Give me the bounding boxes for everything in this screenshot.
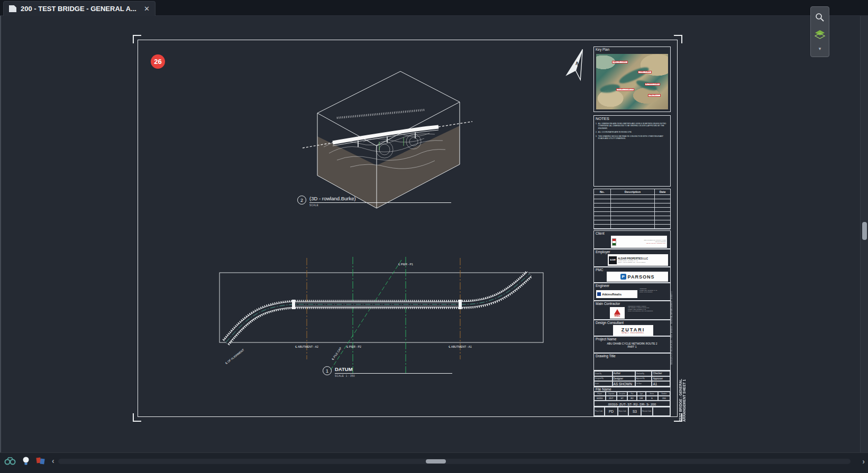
- revision-row: [594, 199, 670, 203]
- keyplan-label: JUBAIL ISLAND: [638, 71, 652, 73]
- label-rule: [335, 373, 452, 374]
- markup-badge[interactable]: 26: [151, 54, 165, 69]
- corner-mark: [133, 35, 141, 43]
- file-col-header: Discipline: [617, 392, 627, 396]
- signatures-table: Drawn By Author Checked By Checker Desig…: [593, 370, 671, 387]
- uae-crest-icon: [612, 238, 616, 246]
- vertical-scrollbar-thumb[interactable]: [862, 222, 867, 240]
- close-tab-icon[interactable]: ✕: [144, 5, 150, 13]
- sig-label: Checked By: [635, 371, 652, 376]
- file-col-value: S: [646, 396, 658, 401]
- file-col-header: Project: [594, 392, 606, 396]
- revision-row: [594, 225, 670, 229]
- horizontal-scrollbar[interactable]: [58, 459, 851, 464]
- aldar-logo-icon: ALDAR: [609, 256, 617, 264]
- file-col-header: Part: [627, 392, 636, 396]
- employer-logo: ALDAR ALDAR PROPERTIES LLC P.O.Box 51133…: [608, 254, 668, 266]
- layers-tool-icon[interactable]: [815, 30, 825, 39]
- plan-label-pier-p2: ℄ PIER - P2: [346, 345, 361, 348]
- engineer-section: Engineer AtkinsRéalis AtkinsRéalis P.O.B…: [593, 283, 671, 301]
- revision-code-label: Revision Code: [641, 407, 653, 416]
- pmc-section: PMC P PARSONS: [593, 267, 671, 283]
- file-name-label: File Name: [594, 387, 670, 392]
- main-contractor-logo: WBG: [610, 307, 625, 319]
- file-name-combined: 00310- ZUT- ST- R2- DR- S- 200: [594, 401, 670, 406]
- revision-row: [594, 195, 670, 199]
- design-consultant-logo: ZUTARI IMPACT. ENGINEERED.: [613, 325, 653, 336]
- engineer-label: Engineer: [596, 284, 669, 287]
- plan-label-abutment-a1: ℄ ABUTMENT - A1: [449, 345, 472, 348]
- employer-label: Employer: [596, 250, 669, 254]
- sig-value: A1: [652, 381, 670, 386]
- keyplan-label: AL REEM ISLAND: [645, 83, 660, 86]
- sig-label: Approved By: [635, 376, 652, 382]
- atkins-mark-icon: [597, 292, 601, 296]
- drawing-title-section: Drawing Title: [593, 353, 671, 370]
- sig-label: On Size: [635, 381, 652, 386]
- file-col-header: Series: [646, 392, 658, 396]
- sig-value: Designer: [613, 376, 635, 382]
- plan-label-abutment-a2: ℄ ABUTMENT - A2: [295, 345, 318, 348]
- engineer-details: AtkinsRéalis P.O.Box 782, Abu Dhabi, U.A…: [639, 288, 669, 293]
- employer-section: Employer ALDAR ALDAR PROPERTIES LLC P.O.…: [593, 249, 671, 267]
- title-block: Key Plan SAADIYAT ISLAND JUBAIL ISLAND A…: [593, 47, 671, 418]
- view-tools-panel[interactable]: ▾: [810, 6, 829, 57]
- datum-title: DATUM: [335, 366, 452, 373]
- scroll-right-chevron-icon[interactable]: ›: [862, 457, 865, 466]
- zoom-tool-icon[interactable]: [815, 12, 825, 23]
- note-item: 1.ALL DIMENSIONS ARE IN MILLIMETERS AND …: [596, 123, 669, 129]
- north-arrow-icon: N: [565, 48, 590, 81]
- plan-label-pile-cap: ℄ PILE CAP: [331, 346, 342, 360]
- pmc-logo: P PARSONS: [607, 272, 668, 282]
- sig-label: Scale: [594, 381, 613, 386]
- file-col-value: 200: [658, 396, 670, 401]
- sheet-side-title: TEST BRIDGE - GENERAL ARRANGEMENT SHEET …: [679, 369, 686, 422]
- scroll-left-chevron-icon[interactable]: ‹: [52, 457, 54, 465]
- client-section: Client DEPARTMENT OF MUNICIPALITIES AND …: [593, 230, 671, 249]
- revision-row: [594, 216, 670, 220]
- file-icon: [9, 5, 16, 12]
- panel-expand-chevron-icon[interactable]: ▾: [819, 46, 821, 51]
- project-name-section: Project Name ABU DHABI CYCLE NETWORK ROU…: [593, 336, 671, 353]
- view-plan-datum[interactable]: ℄ PIER - P1 ℄ ABUTMENT - A2 ℄ PIER - P2 …: [215, 254, 554, 376]
- lightbulb-icon[interactable]: [22, 456, 30, 466]
- phase-code-label: Phase Code: [594, 407, 605, 416]
- application-window: 200 - TEST BRIDGE - GENERAL A... ✕ 26 N: [0, 0, 868, 473]
- drawing-canvas[interactable]: 26 N: [0, 16, 860, 452]
- keyplan-title: Key Plan: [596, 48, 669, 51]
- file-col-value: ST: [617, 396, 627, 401]
- revision-row: [594, 208, 670, 212]
- revision-table: No. Description Date: [593, 189, 671, 229]
- sig-value: Checker: [652, 371, 670, 376]
- client-label: Client: [596, 231, 669, 235]
- design-consultant-section: Design Consultant ZUTARI IMPACT. ENGINEE…: [593, 320, 671, 336]
- note-item: 3.THIS DRAWING SHOULD BE READ IN CONJUNC…: [596, 135, 669, 140]
- vertical-scrollbar[interactable]: [860, 16, 868, 452]
- main-contractor-section: Main Contractor WBG WESTERN BAINOONA GRO…: [593, 301, 671, 320]
- sig-label: Drawn By: [594, 371, 613, 376]
- file-name-section: File Name Project Originator Discipline …: [593, 387, 671, 406]
- horizontal-scrollbar-thumb[interactable]: [426, 459, 446, 463]
- sig-value: Author: [613, 371, 635, 376]
- find-binoculars-icon[interactable]: [4, 457, 16, 465]
- notes-section: NOTES 1.ALL DIMENSIONS ARE IN MILLIMETER…: [593, 115, 671, 187]
- tab-title: 200 - TEST BRIDGE - GENERAL A...: [21, 5, 136, 13]
- main-contractor-details: WESTERN BAINOONA GROUP FOR GENERAL CONTR…: [628, 305, 669, 312]
- file-col-header: Originator: [606, 392, 617, 396]
- corner-mark: [674, 35, 682, 43]
- revision-row: [594, 203, 670, 208]
- sig-value: Approver: [652, 376, 670, 382]
- file-col-value: 00310: [594, 396, 606, 401]
- project-name-line2: PART 1: [596, 345, 669, 348]
- wbg-triangle-icon: [614, 309, 620, 314]
- plot-stamp-text: 00310-ZUT-ST-R2-DR-S-200 - TEST BRIDGE -…: [671, 227, 673, 365]
- drawing-tab[interactable]: 200 - TEST BRIDGE - GENERAL A... ✕: [3, 1, 156, 16]
- keyplan-label: SAADIYAT ISLAND: [612, 61, 628, 63]
- file-col-header: Type: [637, 392, 646, 396]
- view-3d-model[interactable]: [300, 62, 474, 210]
- markup-flag-icon[interactable]: [36, 457, 45, 465]
- corner-mark: [133, 413, 141, 422]
- main-contractor-label: Main Contractor: [596, 302, 669, 305]
- plan-label-pier-p1: ℄ PIER - P1: [398, 263, 413, 266]
- view-number-bubble: 2: [297, 196, 306, 205]
